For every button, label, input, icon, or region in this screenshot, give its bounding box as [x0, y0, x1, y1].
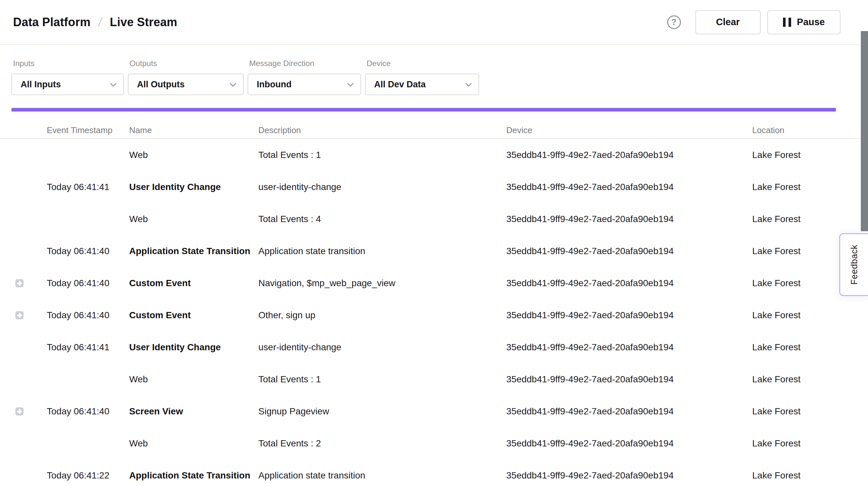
- live-stream-progress-bar: [11, 108, 836, 112]
- event-description-cell: user-identity-change: [258, 182, 341, 192]
- pause-button[interactable]: Pause: [767, 10, 840, 34]
- event-device-cell: 35eddb41-9ff9-49e2-7aed-20afa90eb194: [506, 278, 674, 288]
- filter-group-device: Device All Dev Data: [365, 59, 479, 95]
- table-row[interactable]: Today 06:41:22Application State Transiti…: [0, 459, 868, 486]
- table-row[interactable]: Today 06:41:41User Identity Changeuser-i…: [0, 171, 868, 203]
- event-location-cell: Lake Forest: [752, 342, 801, 353]
- event-timestamp-cell: Today 06:41:41: [47, 342, 110, 353]
- help-icon[interactable]: ?: [667, 16, 681, 29]
- event-device-cell: 35eddb41-9ff9-49e2-7aed-20afa90eb194: [506, 214, 674, 224]
- table-header-row: Event Timestamp Name Description Device …: [0, 112, 868, 139]
- message-direction-filter-label: Message Direction: [248, 59, 361, 68]
- device-filter-label: Device: [365, 59, 479, 68]
- breadcrumb-live-stream: Live Stream: [110, 16, 177, 29]
- event-description-cell: Total Events : 1: [258, 374, 321, 385]
- top-actions: ? Clear Pause: [667, 0, 840, 44]
- event-description-cell: Other, sign up: [258, 310, 315, 321]
- filters-bar: Inputs All Inputs Outputs All Outputs Me…: [11, 59, 479, 95]
- vertical-scrollbar-thumb[interactable]: [861, 31, 868, 231]
- table-row[interactable]: WebTotal Events : 135eddb41-9ff9-49e2-7a…: [0, 363, 868, 395]
- event-name-cell: Web: [129, 214, 148, 224]
- table-row[interactable]: Today 06:41:40Custom EventOther, sign up…: [0, 299, 868, 331]
- event-timestamp-cell: Today 06:41:22: [47, 470, 110, 481]
- event-location-cell: Lake Forest: [752, 214, 801, 224]
- breadcrumb-data-platform[interactable]: Data Platform: [13, 16, 91, 29]
- event-location-cell: Lake Forest: [752, 278, 801, 288]
- event-description-cell: user-identity-change: [258, 342, 341, 353]
- event-location-cell: Lake Forest: [752, 150, 801, 160]
- event-location-cell: Lake Forest: [752, 438, 801, 449]
- live-stream-page: Data Platform / Live Stream ? Clear Paus…: [0, 0, 868, 486]
- column-header-device: Device: [506, 125, 532, 135]
- event-device-cell: 35eddb41-9ff9-49e2-7aed-20afa90eb194: [506, 374, 674, 385]
- breadcrumb-separator: /: [97, 15, 103, 29]
- event-timestamp-cell: Today 06:41:40: [47, 310, 110, 321]
- chevron-down-icon: [347, 80, 354, 87]
- event-name-cell: User Identity Change: [129, 342, 221, 353]
- table-row[interactable]: WebTotal Events : 235eddb41-9ff9-49e2-7a…: [0, 427, 868, 459]
- outputs-filter-label: Outputs: [128, 59, 244, 68]
- event-name-cell: Web: [129, 374, 148, 385]
- device-filter-value: All Dev Data: [374, 80, 426, 90]
- event-description-cell: Application state transition: [258, 246, 365, 256]
- event-device-cell: 35eddb41-9ff9-49e2-7aed-20afa90eb194: [506, 182, 674, 192]
- table-row[interactable]: WebTotal Events : 135eddb41-9ff9-49e2-7a…: [0, 139, 868, 171]
- expand-row-plus-icon[interactable]: [16, 311, 24, 320]
- column-header-description: Description: [258, 125, 301, 135]
- inputs-filter-dropdown[interactable]: All Inputs: [11, 73, 124, 95]
- message-direction-filter-value: Inbound: [257, 80, 291, 90]
- event-location-cell: Lake Forest: [752, 246, 801, 256]
- event-name-cell: Web: [129, 150, 148, 160]
- event-name-cell: Web: [129, 438, 148, 449]
- event-description-cell: Total Events : 4: [258, 214, 321, 224]
- breadcrumb: Data Platform / Live Stream: [13, 0, 177, 44]
- event-description-cell: Total Events : 1: [258, 150, 321, 160]
- top-bar: Data Platform / Live Stream ? Clear Paus…: [0, 0, 868, 45]
- expand-row-plus-icon[interactable]: [16, 407, 24, 416]
- event-name-cell: Custom Event: [129, 310, 191, 321]
- table-body: WebTotal Events : 135eddb41-9ff9-49e2-7a…: [0, 139, 868, 486]
- event-description-cell: Application state transition: [258, 470, 365, 481]
- event-location-cell: Lake Forest: [752, 406, 801, 417]
- filter-group-message-direction: Message Direction Inbound: [248, 59, 361, 95]
- feedback-tab[interactable]: Feedback: [839, 233, 868, 296]
- table-row[interactable]: WebTotal Events : 435eddb41-9ff9-49e2-7a…: [0, 203, 868, 235]
- event-name-cell: User Identity Change: [129, 182, 221, 192]
- expand-row-plus-icon[interactable]: [16, 279, 24, 287]
- event-description-cell: Signup Pageview: [258, 406, 329, 417]
- event-location-cell: Lake Forest: [752, 470, 801, 481]
- chevron-down-icon: [229, 80, 237, 87]
- event-timestamp-cell: Today 06:41:40: [47, 406, 110, 417]
- event-location-cell: Lake Forest: [752, 374, 801, 385]
- table-row[interactable]: Today 06:41:40Screen ViewSignup Pageview…: [0, 395, 868, 427]
- event-location-cell: Lake Forest: [752, 182, 801, 192]
- column-header-event-timestamp: Event Timestamp: [47, 125, 113, 135]
- event-device-cell: 35eddb41-9ff9-49e2-7aed-20afa90eb194: [506, 342, 674, 353]
- filter-group-inputs: Inputs All Inputs: [11, 59, 124, 95]
- event-name-cell: Screen View: [129, 406, 183, 417]
- clear-button[interactable]: Clear: [695, 10, 761, 34]
- inputs-filter-label: Inputs: [11, 59, 124, 68]
- device-filter-dropdown[interactable]: All Dev Data: [365, 73, 479, 95]
- outputs-filter-dropdown[interactable]: All Outputs: [128, 73, 244, 95]
- event-name-cell: Application State Transition: [129, 246, 250, 256]
- chevron-down-icon: [110, 80, 117, 87]
- table-row[interactable]: Today 06:41:40Application State Transiti…: [0, 235, 868, 267]
- chevron-down-icon: [465, 80, 472, 87]
- event-device-cell: 35eddb41-9ff9-49e2-7aed-20afa90eb194: [506, 438, 674, 449]
- event-timestamp-cell: Today 06:41:41: [47, 182, 110, 192]
- pause-button-label: Pause: [797, 17, 825, 28]
- column-header-location: Location: [752, 125, 784, 135]
- event-timestamp-cell: Today 06:41:40: [47, 246, 110, 256]
- event-description-cell: Navigation, $mp_web_page_view: [258, 278, 395, 288]
- event-timestamp-cell: Today 06:41:40: [47, 278, 110, 288]
- event-name-cell: Custom Event: [129, 278, 191, 288]
- message-direction-filter-dropdown[interactable]: Inbound: [248, 73, 361, 95]
- event-device-cell: 35eddb41-9ff9-49e2-7aed-20afa90eb194: [506, 470, 674, 481]
- event-description-cell: Total Events : 2: [258, 438, 321, 449]
- filter-group-outputs: Outputs All Outputs: [128, 59, 244, 95]
- feedback-tab-label: Feedback: [849, 245, 860, 285]
- table-row[interactable]: Today 06:41:40Custom EventNavigation, $m…: [0, 267, 868, 299]
- table-row[interactable]: Today 06:41:41User Identity Changeuser-i…: [0, 331, 868, 363]
- event-device-cell: 35eddb41-9ff9-49e2-7aed-20afa90eb194: [506, 406, 674, 417]
